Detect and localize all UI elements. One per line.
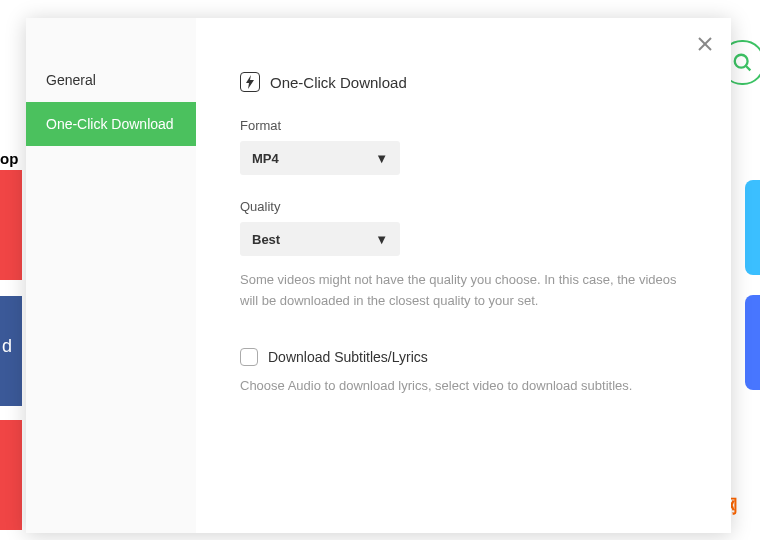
subtitles-checkbox[interactable] [240, 348, 258, 366]
bg-pill [745, 180, 760, 275]
bg-tile-blue: d [0, 296, 22, 406]
format-label: Format [240, 118, 691, 133]
lightning-icon [240, 72, 260, 92]
settings-sidebar: General One-Click Download [26, 18, 196, 533]
bg-pill [745, 295, 760, 390]
close-button[interactable] [697, 36, 713, 56]
chevron-down-icon: ▼ [375, 151, 388, 166]
section-title-text: One-Click Download [270, 74, 407, 91]
quality-label: Quality [240, 199, 691, 214]
format-field: Format MP4 ▼ [240, 118, 691, 175]
bg-tile-red [0, 170, 22, 280]
format-value: MP4 [252, 151, 279, 166]
chevron-down-icon: ▼ [375, 232, 388, 247]
quality-field: Quality Best ▼ Some videos might not hav… [240, 199, 691, 312]
settings-content: One-Click Download Format MP4 ▼ Quality … [196, 18, 731, 533]
subtitles-help-text: Choose Audio to download lyrics, select … [240, 376, 691, 397]
svg-point-0 [734, 54, 747, 67]
section-title: One-Click Download [240, 72, 691, 92]
sidebar-item-label: General [46, 72, 96, 88]
sidebar-item-label: One-Click Download [46, 116, 174, 132]
quality-help-text: Some videos might not have the quality y… [240, 270, 691, 312]
quality-select[interactable]: Best ▼ [240, 222, 400, 256]
quality-value: Best [252, 232, 280, 247]
subtitles-label: Download Subtitles/Lyrics [268, 349, 428, 365]
search-icon [732, 52, 754, 74]
format-select[interactable]: MP4 ▼ [240, 141, 400, 175]
bg-text: op [0, 150, 18, 167]
close-icon [697, 36, 713, 52]
svg-line-1 [745, 65, 750, 70]
sidebar-item-one-click-download[interactable]: One-Click Download [26, 102, 196, 146]
subtitles-row: Download Subtitles/Lyrics [240, 348, 691, 366]
bg-tile-red2 [0, 420, 22, 530]
sidebar-item-general[interactable]: General [26, 58, 196, 102]
settings-modal: General One-Click Download One-Click Dow… [26, 18, 731, 533]
